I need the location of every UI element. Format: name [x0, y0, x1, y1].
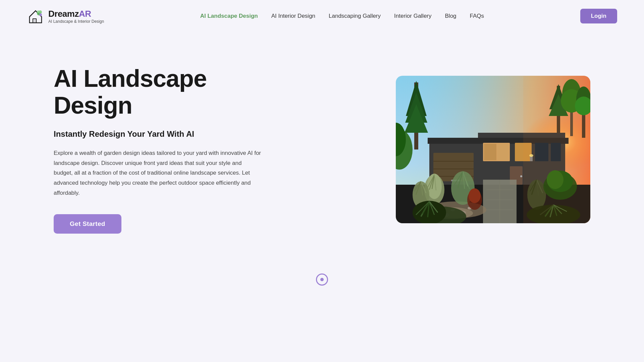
hero-subtitle: Instantly Redesign Your Yard With AI	[54, 129, 262, 139]
nav-item-ai-interior[interactable]: AI Interior Design	[271, 13, 315, 19]
svg-point-39	[520, 175, 522, 177]
svg-point-5	[39, 13, 42, 16]
header: DreamzAR AI Landscape & Interior Design …	[0, 0, 644, 32]
svg-rect-1	[34, 19, 36, 23]
scroll-indicator	[0, 267, 644, 299]
scroll-dot	[316, 274, 328, 286]
main-nav: AI Landscape Design AI Interior Design L…	[200, 13, 484, 19]
svg-rect-34	[497, 144, 509, 160]
logo-icon	[27, 7, 44, 25]
svg-point-4	[37, 10, 40, 13]
hero-title: AI Landscape Design	[54, 65, 262, 118]
nav-item-faqs[interactable]: FAQs	[470, 13, 484, 19]
hero-image	[396, 76, 590, 223]
get-started-button[interactable]: Get Started	[54, 214, 121, 234]
svg-point-82	[469, 188, 481, 203]
nav-item-landscaping-gallery[interactable]: Landscaping Gallery	[329, 13, 381, 19]
landscape-scene	[396, 76, 590, 223]
hero-content: AI Landscape Design Instantly Redesign Y…	[54, 65, 262, 233]
nav-item-ai-landscape[interactable]: AI Landscape Design	[200, 13, 258, 19]
svg-rect-33	[484, 144, 496, 160]
hero-description: Explore a wealth of garden design ideas …	[54, 148, 262, 198]
nav-item-blog[interactable]: Blog	[445, 13, 457, 19]
logo-name: DreamzAR	[48, 9, 104, 19]
nav-item-interior-gallery[interactable]: Interior Gallery	[394, 13, 431, 19]
svg-rect-98	[523, 76, 590, 223]
scroll-dot-inner	[320, 278, 324, 281]
login-button[interactable]: Login	[580, 9, 617, 23]
logo[interactable]: DreamzAR AI Landscape & Interior Design	[27, 7, 104, 25]
logo-text: DreamzAR AI Landscape & Interior Design	[48, 9, 104, 24]
logo-tagline: AI Landscape & Interior Design	[48, 19, 104, 24]
hero-section: AI Landscape Design Instantly Redesign Y…	[0, 32, 644, 267]
